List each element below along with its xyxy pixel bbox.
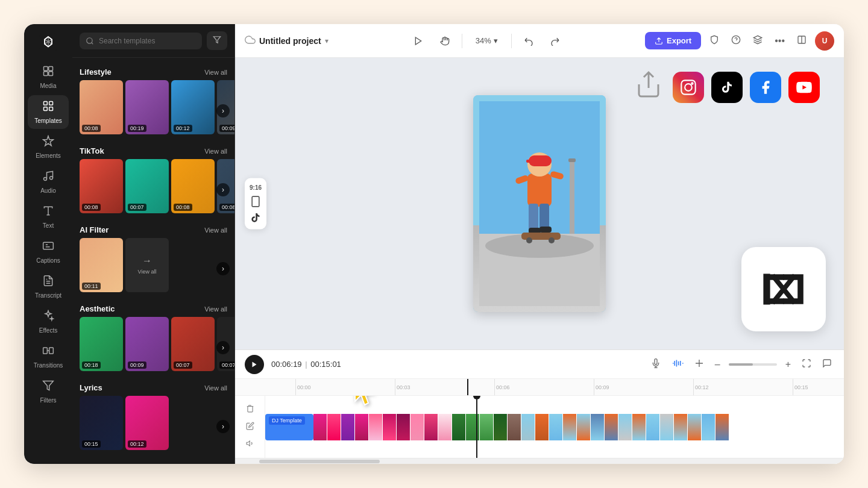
tiktok-title: TikTok xyxy=(80,146,104,155)
comment-button[interactable] xyxy=(820,356,834,373)
sidebar-item-transcript[interactable]: Transcript xyxy=(28,270,69,304)
project-dropdown-icon[interactable]: ▾ xyxy=(325,37,329,45)
sidebar-item-audio[interactable]: Audio xyxy=(28,165,69,199)
tiktok-template-1[interactable]: 00:08 xyxy=(80,159,123,213)
playhead xyxy=(476,396,477,458)
zoom-value: 34% xyxy=(476,36,491,45)
aesthetic-template-2[interactable]: 00:09 xyxy=(125,317,169,371)
tiktok-view-all[interactable]: View all xyxy=(204,148,227,155)
duration-badge: 00:15 xyxy=(82,440,101,448)
ai-filter-view-all[interactable]: View all xyxy=(204,227,227,234)
project-title: Untitled project xyxy=(259,36,321,46)
svg-rect-4 xyxy=(49,72,53,76)
ai-filter-view-all-thumb[interactable]: → View all xyxy=(125,238,169,292)
lifestyle-template-3[interactable]: 00:12 xyxy=(171,80,215,134)
redo-button[interactable] xyxy=(546,33,565,49)
zoom-out-button[interactable]: – xyxy=(712,357,723,372)
tiktok-icon[interactable] xyxy=(711,72,743,103)
zoom-slider[interactable] xyxy=(729,363,777,366)
sidebar-item-templates[interactable]: Templates xyxy=(28,95,69,129)
ai-filter-template-1[interactable]: 00:11 xyxy=(80,238,123,292)
layers-button[interactable] xyxy=(749,31,766,51)
zoom-in-button[interactable]: + xyxy=(783,357,793,372)
sidebar-item-elements[interactable]: Elements xyxy=(28,130,69,164)
svg-rect-3 xyxy=(44,72,48,76)
project-info: Untitled project ▾ xyxy=(245,34,329,48)
frame-7 xyxy=(397,414,410,440)
facebook-icon[interactable] xyxy=(750,72,781,103)
search-box[interactable] xyxy=(80,33,202,49)
fit-to-view-button[interactable] xyxy=(799,356,814,373)
transcript-label: Transcript xyxy=(35,292,61,299)
play-pause-button[interactable] xyxy=(245,355,264,374)
audio-waveform-button[interactable] xyxy=(669,356,686,373)
instagram-icon[interactable] xyxy=(673,72,704,103)
filter-button[interactable] xyxy=(207,31,227,50)
sidebar-item-filters[interactable]: Filters xyxy=(28,375,69,408)
effects-label: Effects xyxy=(39,327,57,334)
youtube-icon[interactable] xyxy=(788,72,820,103)
split-view-button[interactable] xyxy=(793,31,810,51)
timeline-area: 00:06:19 | 00:15:01 xyxy=(235,349,844,464)
track-delete-button[interactable] xyxy=(244,402,257,417)
tiktok-template-3[interactable]: 00:08 xyxy=(171,159,215,213)
track-edit-button[interactable] xyxy=(244,419,257,434)
aesthetic-template-3[interactable]: 00:07 xyxy=(171,317,215,371)
sidebar-item-captions[interactable]: Captions xyxy=(28,235,69,269)
user-avatar[interactable]: U xyxy=(815,31,834,51)
lyrics-view-all[interactable]: View all xyxy=(204,384,227,392)
sidebar-item-effects[interactable]: Effects xyxy=(28,305,69,339)
lifestyle-template-1[interactable]: 00:08 xyxy=(80,80,123,134)
sidebar-item-media[interactable]: Media xyxy=(28,60,69,94)
top-bar: Untitled project ▾ 34% xyxy=(235,24,844,58)
play-tool-button[interactable] xyxy=(409,33,428,49)
duration-badge: 00:07 xyxy=(174,361,192,369)
mic-button[interactable] xyxy=(649,356,663,373)
timeline-scrollbar[interactable] xyxy=(235,458,844,464)
aesthetic-template-1[interactable]: 00:18 xyxy=(80,317,123,371)
aesthetic-next-arrow[interactable]: › xyxy=(216,341,230,354)
duration-badge: 00:19 xyxy=(128,125,146,132)
frame-4 xyxy=(355,414,368,440)
top-bar-right: Export ••• xyxy=(645,31,834,51)
lifestyle-template-2[interactable]: 00:19 xyxy=(125,80,169,134)
help-button[interactable] xyxy=(728,31,744,51)
video-canvas xyxy=(473,95,606,312)
lyrics-template-2[interactable]: 00:12 xyxy=(125,396,169,450)
lyrics-template-1[interactable]: 00:15 xyxy=(80,396,123,450)
hand-tool-button[interactable] xyxy=(435,33,454,49)
lifestyle-next-arrow[interactable]: › xyxy=(216,104,230,117)
search-input[interactable] xyxy=(99,37,196,45)
shield-button[interactable] xyxy=(706,31,723,51)
timeline-tracks: DJ Template xyxy=(235,396,844,458)
captions-split-button[interactable] xyxy=(692,356,706,373)
duration-badge: 00:18 xyxy=(82,361,101,369)
template-clip[interactable]: DJ Template xyxy=(265,414,313,440)
aesthetic-view-all[interactable]: View all xyxy=(204,305,227,313)
volume-button[interactable] xyxy=(244,437,257,452)
templates-label: Templates xyxy=(34,117,62,124)
transcript-icon xyxy=(42,275,54,290)
export-button[interactable]: Export xyxy=(645,32,701,49)
app-logo[interactable] xyxy=(37,31,59,53)
templates-scroll: Lifestyle View all 00:08 00:19 00:12 00:… xyxy=(72,58,234,464)
ai-filter-section-header: AI Filter View all xyxy=(72,221,234,238)
tiktok-next-arrow[interactable]: › xyxy=(216,183,230,196)
more-options-button[interactable]: ••• xyxy=(771,32,788,50)
duration-badge: 00:09 xyxy=(219,125,234,132)
ai-filter-next-arrow[interactable]: › xyxy=(216,262,230,275)
ruler-mark-0: 00:00 xyxy=(295,379,395,395)
sidebar-item-transitions[interactable]: Transitions xyxy=(28,340,69,374)
lyrics-next-arrow[interactable]: › xyxy=(216,420,230,433)
audio-icon xyxy=(42,170,54,185)
lifestyle-view-all[interactable]: View all xyxy=(204,69,227,76)
share-panel xyxy=(634,70,820,104)
svg-point-42 xyxy=(691,83,693,84)
sidebar-item-text[interactable]: Text xyxy=(28,200,69,234)
undo-button[interactable] xyxy=(519,33,538,49)
zoom-level-button[interactable]: 34% ▾ xyxy=(470,33,504,48)
filters-label: Filters xyxy=(40,397,56,404)
lyrics-templates: 00:15 00:12 › xyxy=(72,396,234,457)
frame-1 xyxy=(313,414,327,440)
tiktok-template-2[interactable]: 00:07 xyxy=(125,159,169,213)
